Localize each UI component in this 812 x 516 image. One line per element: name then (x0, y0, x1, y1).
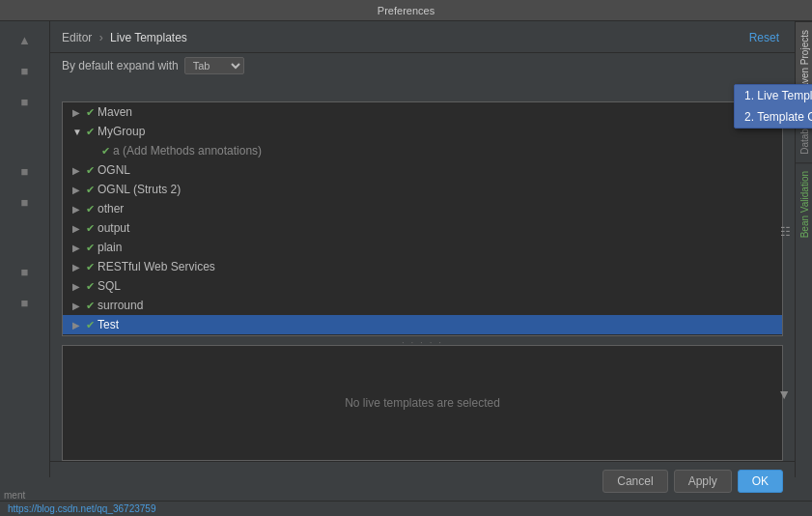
tree-item-maven[interactable]: ▶✔Maven (63, 102, 782, 122)
breadcrumb-sep: › (99, 31, 103, 44)
template-detail-panel: No live templates are selected (62, 345, 783, 461)
check-icon: ✔ (86, 300, 95, 312)
sidebar-icon-3[interactable]: ■ (14, 91, 36, 112)
dropdown-item-template-group[interactable]: 2. Template Group... (735, 106, 812, 128)
tree-item-sql[interactable]: ▶✔SQL (63, 276, 782, 296)
empty-message: No live templates are selected (345, 396, 500, 410)
tree-item-label: other (98, 202, 124, 215)
tree-item-label: Maven (98, 105, 132, 119)
sidebar-icon-1[interactable]: ▲ (14, 29, 36, 50)
sidebar-icon-2[interactable]: ■ (14, 60, 36, 81)
tree-item-ognl[interactable]: ▶✔OGNL (63, 160, 782, 180)
sidebar-icon-5[interactable]: ■ (14, 191, 36, 213)
tree-item-surround[interactable]: ▶✔surround (63, 296, 782, 315)
check-icon: ✔ (86, 126, 95, 138)
tree-item-label: MyGroup (98, 125, 145, 138)
check-icon: ✔ (86, 184, 95, 196)
check-icon: ✔ (86, 164, 95, 177)
tree-item-plain[interactable]: ▶✔plain (63, 238, 782, 257)
tree-item-label: output (98, 221, 129, 235)
check-icon: ✔ (86, 203, 95, 215)
expand-select[interactable]: Tab Enter Space (184, 57, 244, 74)
check-icon: ✔ (86, 222, 95, 235)
check-icon: ✔ (101, 145, 110, 158)
check-icon: ✔ (86, 280, 95, 293)
breadcrumb: Editor › Live Templates (62, 31, 187, 44)
expand-row: By default expand with Tab Enter Space (50, 53, 795, 82)
breadcrumb-current: Live Templates (110, 31, 187, 44)
template-tree: ▶✔Maven▼✔MyGroup✔a (Add Methods annotati… (62, 101, 783, 336)
check-icon: ✔ (86, 261, 95, 273)
url-bar: https://blog.csdn.net/qq_36723759 (0, 501, 812, 516)
tree-item-label: RESTful Web Services (98, 260, 215, 273)
tree-item-mygroup[interactable]: ▼✔MyGroup (63, 122, 782, 141)
tree-item-webservices[interactable]: ▶✔Web Services (63, 334, 782, 336)
tree-item-output[interactable]: ▶✔output (63, 218, 782, 238)
check-icon: ✔ (86, 242, 95, 254)
tree-item-label: OGNL (98, 163, 130, 177)
tree-item-label: Test (98, 318, 119, 331)
sidebar-icon-6[interactable]: ■ (14, 261, 36, 282)
add-dropdown-menu: 1. Live Template2. Template Group... (734, 84, 812, 129)
bean-validation-panel-tab[interactable]: Bean Validation (796, 162, 812, 245)
cancel-button[interactable]: Cancel (602, 470, 667, 493)
tree-item-label: OGNL (Struts 2) (98, 183, 181, 196)
sidebar-icon-7[interactable]: ■ (14, 292, 36, 313)
title-label: Preferences (378, 5, 434, 16)
dropdown-item-live-template[interactable]: 1. Live Template (735, 85, 812, 106)
tree-item-label: SQL (98, 279, 121, 293)
ok-button[interactable]: OK (738, 470, 783, 493)
tree-item-other[interactable]: ▶✔other (63, 199, 782, 218)
expand-label: By default expand with (62, 59, 179, 72)
tree-item-a-annotation[interactable]: ✔a (Add Methods annotations) (63, 141, 782, 160)
check-icon: ✔ (86, 106, 95, 119)
tree-item-test[interactable]: ▶✔Test (63, 315, 782, 334)
url-text: https://blog.csdn.net/qq_36723759 (8, 503, 155, 514)
apply-button[interactable]: Apply (674, 470, 732, 493)
title-bar: Preferences (0, 0, 812, 21)
tree-item-label: a (Add Methods annotations) (113, 144, 262, 158)
check-icon: ✔ (86, 319, 95, 331)
bottom-side-label: ment (4, 490, 25, 501)
dialog-header: Editor › Live Templates Reset (50, 21, 795, 53)
reset-button[interactable]: Reset (745, 29, 783, 46)
tree-item-label: surround (98, 299, 143, 312)
scroll-down-button[interactable]: ▼ (777, 387, 791, 402)
tree-item-label: plain (98, 241, 122, 254)
grid-view-button[interactable]: ☷ (780, 225, 791, 239)
breadcrumb-parent: Editor (62, 31, 92, 44)
left-sidebar: ▲ ■ ■ ■ ■ ■ ■ (0, 21, 50, 477)
dialog-footer: Cancel Apply OK (50, 461, 795, 501)
sidebar-icon-4[interactable]: ■ (14, 160, 36, 182)
tree-item-restful[interactable]: ▶✔RESTful Web Services (63, 257, 782, 276)
tree-item-ognl-struts[interactable]: ▶✔OGNL (Struts 2) (63, 180, 782, 199)
